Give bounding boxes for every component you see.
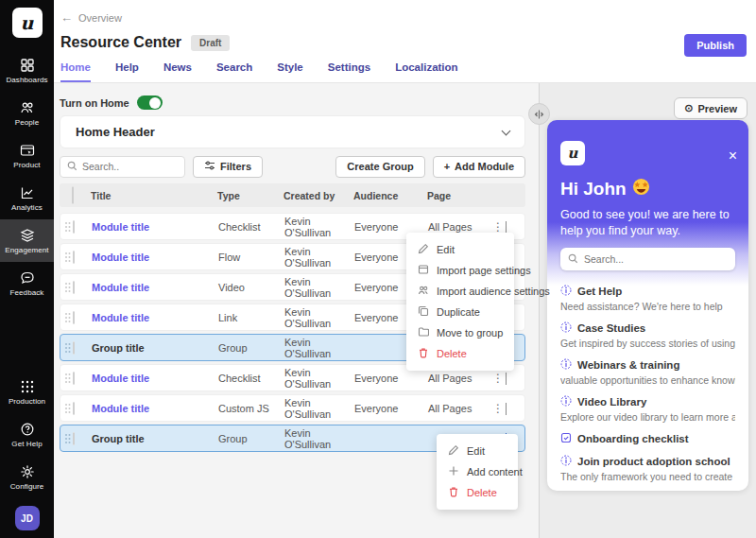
widget-item-adoption-school[interactable]: Join product adoption school The only fr… [560, 455, 735, 483]
product-icon [20, 143, 35, 158]
user-avatar[interactable]: JD [15, 506, 40, 530]
sidebar-item-feedback[interactable]: Feedback [0, 262, 54, 304]
userpilot-logo[interactable]: u [12, 8, 43, 38]
production-icon [20, 379, 35, 394]
row-checkbox[interactable] [73, 251, 75, 264]
row-expand-chevron[interactable] [506, 403, 507, 415]
close-icon[interactable]: × [729, 148, 737, 164]
feedback-icon [20, 270, 35, 286]
drag-handle-icon[interactable] [64, 312, 71, 323]
tab-news[interactable]: News [163, 61, 192, 82]
kebab-menu-icon[interactable]: ⋮ [490, 220, 506, 234]
sidebar-item-configure[interactable]: Configure [0, 456, 54, 498]
preview-panel: ⊙ Preview × u Hi John Good to see you! w… [539, 83, 756, 538]
drag-handle-icon[interactable] [64, 282, 71, 293]
publish-button[interactable]: Publish [684, 34, 747, 57]
widget-search[interactable] [560, 248, 735, 270]
widget-item-video-library[interactable]: Video Library Explore our video library … [560, 395, 735, 424]
menu-item-move-to-group[interactable]: Move to group [406, 322, 514, 343]
menu-item-duplicate[interactable]: Duplicate [406, 302, 514, 322]
widget-item-get-help[interactable]: Get Help Need assistance? We're here to … [560, 285, 735, 313]
drag-handle-icon[interactable] [64, 373, 71, 384]
tab-localization[interactable]: Localization [395, 61, 457, 82]
search-icon [568, 251, 578, 268]
sidebar-item-get-help[interactable]: Get Help [0, 413, 54, 456]
add-module-button[interactable]: + Add Module [433, 156, 525, 178]
main-content: Turn on Home Home Header Filters Create … [54, 83, 539, 538]
select-all-checkbox[interactable] [72, 186, 74, 204]
row-expand-chevron[interactable] [506, 221, 507, 234]
breadcrumb[interactable]: ← Overview [60, 10, 122, 25]
menu-item-import-page-settings[interactable]: Import page settings [406, 260, 514, 281]
page-icon [418, 264, 429, 277]
row-checkbox[interactable] [73, 402, 75, 415]
filters-button[interactable]: Filters [193, 156, 263, 178]
drag-handle-icon[interactable] [64, 403, 71, 414]
page-title: Resource Center [60, 34, 181, 51]
menu-item-edit[interactable]: Edit [406, 239, 514, 260]
help-icon [20, 422, 35, 437]
sidebar-item-label: People [15, 118, 40, 127]
widget-item-webinars[interactable]: Webinars & training valuable opportuniti… [560, 358, 735, 387]
widget-item-case-studies[interactable]: Case Studies Get inspired by success sto… [560, 321, 735, 350]
tab-help[interactable]: Help [115, 61, 139, 82]
row-expand-chevron[interactable] [506, 373, 507, 385]
sidebar-item-people[interactable]: People [0, 92, 54, 134]
module-title-link[interactable]: Module title [92, 282, 218, 293]
sidebar-item-production[interactable]: Production [0, 371, 54, 413]
sidebar-item-label: Get Help [11, 440, 42, 448]
module-title-link[interactable]: Module title [92, 373, 218, 384]
sidebar-item-product[interactable]: Product [0, 134, 54, 177]
menu-item-delete[interactable]: Delete [437, 482, 518, 503]
gear-icon [20, 464, 35, 479]
drag-handle-icon[interactable] [64, 342, 71, 354]
module-search[interactable] [60, 156, 185, 178]
row-checkbox[interactable] [73, 341, 75, 355]
menu-item-delete[interactable]: Delete [406, 343, 514, 364]
chevron-down-icon [502, 126, 511, 135]
widget-search-input[interactable] [584, 253, 728, 265]
table-row[interactable]: Module title Custom JS Kevin O'Sullivan … [60, 394, 525, 422]
search-input[interactable] [82, 161, 178, 172]
create-group-button[interactable]: Create Group [335, 156, 424, 178]
panel-resize-handle[interactable] [528, 103, 550, 125]
drag-handle-icon[interactable] [64, 221, 71, 233]
sidebar-item-analytics[interactable]: Analytics [0, 177, 54, 219]
preview-button[interactable]: ⊙ Preview [674, 97, 747, 119]
info-icon [560, 285, 572, 299]
menu-item-edit[interactable]: Edit [437, 441, 518, 461]
row-checkbox[interactable] [73, 220, 75, 234]
module-title-link[interactable]: Module title [92, 403, 218, 414]
tab-style[interactable]: Style [277, 61, 303, 82]
drag-handle-icon[interactable] [64, 433, 71, 444]
home-header-section[interactable]: Home Header [60, 115, 525, 148]
resource-center-widget: × u Hi John Good to see you! we are here… [547, 120, 748, 491]
tab-settings[interactable]: Settings [328, 61, 370, 82]
row-checkbox[interactable] [73, 372, 75, 385]
row-checkbox[interactable] [73, 432, 75, 445]
module-title-link[interactable]: Module title [92, 252, 218, 263]
kebab-menu-icon[interactable]: ⋮ [490, 402, 506, 415]
group-title[interactable]: Group title [92, 342, 218, 354]
kebab-menu-icon[interactable]: ⋮ [490, 372, 506, 385]
group-title[interactable]: Group title [92, 433, 218, 444]
table-header: Title Type Created by Audience Page [60, 183, 525, 207]
row-checkbox[interactable] [73, 281, 75, 294]
info-icon [560, 455, 572, 469]
tab-home[interactable]: Home [60, 61, 91, 82]
widget-item-onboarding-checklist[interactable]: Onboarding checklist [560, 432, 735, 446]
star-struck-emoji [632, 178, 650, 200]
column-type: Type [217, 190, 284, 201]
module-title-link[interactable]: Module title [92, 221, 218, 233]
row-checkbox[interactable] [73, 311, 75, 324]
drag-handle-icon[interactable] [64, 252, 71, 263]
sidebar-item-engagement[interactable]: Engagement [0, 219, 54, 262]
tab-search[interactable]: Search [216, 61, 252, 82]
sidebar-item-dashboards[interactable]: Dashboards [0, 49, 54, 92]
menu-item-add-content[interactable]: Add content [437, 461, 518, 482]
group-context-menu: Edit Add content Delete [437, 434, 518, 510]
trash-icon [418, 347, 429, 360]
home-toggle[interactable] [137, 95, 163, 110]
menu-item-import-audience-settings[interactable]: Import audience settings [406, 281, 514, 302]
module-title-link[interactable]: Module title [92, 312, 218, 323]
